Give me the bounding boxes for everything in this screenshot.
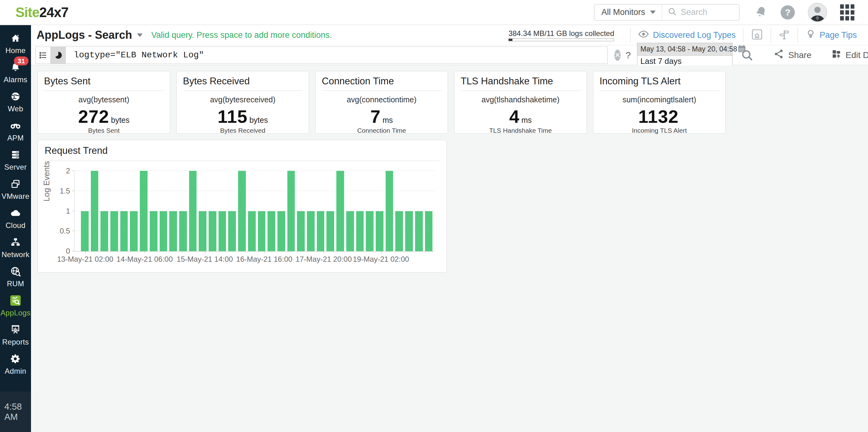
globe-icon bbox=[10, 91, 21, 102]
default-home-view-button[interactable] bbox=[751, 28, 763, 42]
chart-bar[interactable] bbox=[209, 211, 216, 251]
page-title-dropdown[interactable]: AppLogs - Search bbox=[37, 29, 143, 41]
chevron-down-icon bbox=[650, 10, 656, 14]
sidebar-item-label: Web bbox=[8, 104, 23, 113]
chart-bar[interactable] bbox=[356, 211, 364, 251]
chart-bar[interactable] bbox=[258, 211, 266, 251]
cloud-icon bbox=[10, 207, 21, 219]
card-unit: ms bbox=[521, 116, 532, 124]
x-tick-label: 13-May-21 02:00 bbox=[57, 255, 113, 264]
chart-bar[interactable] bbox=[111, 211, 118, 251]
chart-bar[interactable] bbox=[150, 211, 157, 251]
y-tick-label: 0.5 bbox=[60, 227, 74, 236]
binoculars-icon bbox=[9, 120, 22, 131]
card-caption: TLS Handshake Time bbox=[461, 127, 580, 134]
sidebar-item-label: Network bbox=[2, 250, 29, 259]
sidebar-item-applogs[interactable]: AppLogs bbox=[0, 291, 31, 320]
chart-bar[interactable] bbox=[100, 211, 108, 251]
chart-bar[interactable] bbox=[268, 211, 275, 251]
card-caption: Incoming TLS Alert bbox=[599, 127, 719, 134]
clear-query-icon[interactable]: ✕ bbox=[614, 50, 621, 61]
chart-bar[interactable] bbox=[160, 211, 167, 251]
sidebar-item-vmware[interactable]: VMware bbox=[0, 175, 31, 204]
chart-bar[interactable] bbox=[327, 211, 334, 251]
x-tick-label: 14-May-21 06:00 bbox=[117, 255, 173, 264]
sidebar-item-cloud[interactable]: Cloud bbox=[0, 204, 31, 233]
chart-bar[interactable] bbox=[169, 211, 177, 251]
local-time: 4:58 AM bbox=[0, 392, 31, 432]
guided-tour-button[interactable] bbox=[778, 29, 790, 41]
stat-card-connection-time: Connection Timeavg(connectiontime)7msCon… bbox=[315, 71, 448, 134]
run-search-icon[interactable] bbox=[741, 49, 754, 62]
card-value: 115 bbox=[218, 106, 248, 126]
sidebar-item-label: RUM bbox=[7, 279, 24, 288]
sidebar-item-network[interactable]: Network bbox=[0, 233, 31, 262]
chart-bar[interactable] bbox=[297, 211, 305, 251]
request-trend-chart[interactable]: 00.511.5213-May-21 02:0014-May-21 06:001… bbox=[74, 171, 435, 251]
site24x7-logo[interactable]: Site24x7 bbox=[16, 5, 68, 20]
chart-bar[interactable] bbox=[336, 171, 344, 251]
notification-bell-icon[interactable] bbox=[754, 5, 768, 20]
query-bar: logtype="ELB Network Log" ✕ ? May 13, 04… bbox=[31, 45, 868, 65]
chart-bar[interactable] bbox=[130, 211, 137, 251]
chart-bar[interactable] bbox=[376, 211, 383, 251]
sidebar-item-apm[interactable]: APM bbox=[0, 116, 31, 146]
apps-grid-icon[interactable] bbox=[840, 4, 855, 21]
sidebar-item-alarms[interactable]: 31Alarms bbox=[0, 58, 31, 87]
chart-bar[interactable] bbox=[405, 211, 413, 251]
chart-bar[interactable] bbox=[317, 211, 324, 251]
help-icon[interactable]: ? bbox=[781, 5, 795, 20]
chart-bar[interactable] bbox=[179, 211, 187, 251]
share-button[interactable]: Share bbox=[773, 49, 812, 61]
chart-bar[interactable] bbox=[81, 211, 89, 251]
sidebar-item-reports[interactable]: Reports bbox=[0, 320, 31, 349]
chart-bar[interactable] bbox=[395, 211, 403, 251]
y-tick-label: 1 bbox=[66, 207, 74, 216]
edit-dashboard-button[interactable]: Edit Dashboard bbox=[831, 49, 868, 61]
query-help-icon[interactable]: ? bbox=[626, 50, 631, 60]
sidebar-item-server[interactable]: Server bbox=[0, 146, 31, 175]
chart-bar[interactable] bbox=[189, 171, 197, 251]
chart-bar[interactable] bbox=[425, 211, 433, 251]
alarm-count-badge: 31 bbox=[14, 56, 29, 65]
chart-view-button[interactable] bbox=[51, 47, 65, 64]
chart-bar[interactable] bbox=[228, 211, 236, 251]
chart-bar[interactable] bbox=[366, 211, 374, 251]
sidebar-item-web[interactable]: Web bbox=[0, 87, 31, 116]
chart-bar[interactable] bbox=[287, 171, 295, 251]
card-title: Bytes Received bbox=[183, 76, 303, 91]
chart-bar[interactable] bbox=[120, 211, 128, 251]
query-view-toggle bbox=[36, 47, 66, 64]
query-text[interactable]: logtype="ELB Network Log" bbox=[66, 50, 204, 60]
card-value: 272 bbox=[78, 106, 109, 126]
global-search-input[interactable] bbox=[681, 7, 734, 17]
x-tick-label: 17-May-21 20:00 bbox=[296, 255, 351, 264]
chart-bar[interactable] bbox=[140, 171, 148, 251]
discovered-log-types-link[interactable]: Discovered Log Types bbox=[638, 29, 736, 42]
x-tick-label: 15-May-21 14:00 bbox=[177, 255, 233, 264]
chart-bar[interactable] bbox=[248, 211, 256, 251]
sidebar-item-home[interactable]: Home bbox=[0, 29, 31, 58]
chart-bar[interactable] bbox=[385, 171, 393, 251]
date-range-picker[interactable]: May 13, 04:58 - May 20, 04:58 Last 7 day… bbox=[637, 43, 733, 68]
network-icon bbox=[10, 236, 21, 248]
chart-bar[interactable] bbox=[277, 211, 285, 251]
chart-bar[interactable] bbox=[238, 171, 246, 251]
page-tips-link[interactable]: Page Tips bbox=[805, 29, 857, 41]
user-avatar[interactable] bbox=[808, 3, 827, 22]
chart-bar[interactable] bbox=[415, 211, 423, 251]
chart-bar[interactable] bbox=[91, 171, 99, 251]
card-value: 4 bbox=[509, 106, 520, 126]
sidebar-item-label: Home bbox=[5, 46, 25, 55]
card-unit: bytes bbox=[111, 116, 130, 124]
chart-bar[interactable] bbox=[346, 211, 354, 251]
chart-bar[interactable] bbox=[219, 211, 226, 251]
chart-title: Request Trend bbox=[44, 145, 440, 161]
monitor-scope-dropdown[interactable]: All Monitors bbox=[595, 5, 662, 20]
search-query-input[interactable]: logtype="ELB Network Log" bbox=[35, 47, 608, 64]
chart-bar[interactable] bbox=[199, 211, 207, 251]
sidebar-item-admin[interactable]: Admin bbox=[0, 349, 31, 379]
sidebar-item-rum[interactable]: RUM bbox=[0, 262, 31, 291]
chart-bar[interactable] bbox=[307, 211, 315, 251]
list-view-button[interactable] bbox=[36, 47, 51, 64]
